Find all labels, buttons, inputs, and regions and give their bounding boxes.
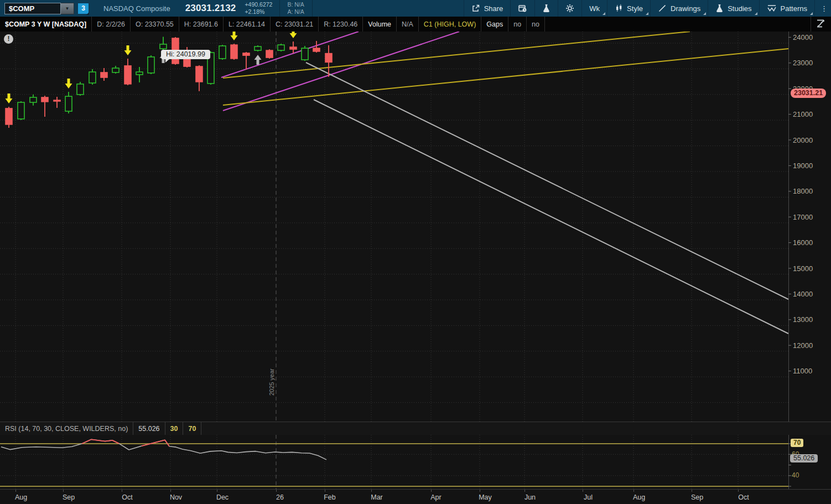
patterns-button[interactable]: Patterns — [759, 0, 814, 17]
price-axis-label: 20000 — [793, 136, 813, 144]
last-price: 23031.2132 — [185, 3, 236, 14]
bid-ask-block: B: N/A A: N/A — [279, 0, 312, 16]
price-axis-label: 14000 — [793, 290, 813, 298]
symbol-input[interactable]: $COMP — [4, 3, 61, 14]
flask-icon — [542, 4, 550, 13]
candle-up — [278, 44, 284, 51]
time-axis-label: Jul — [584, 493, 593, 501]
candle-down — [41, 96, 48, 117]
change-block: +490.6272 +2.18% — [245, 1, 272, 15]
candle-down — [231, 44, 237, 60]
rsi-axis-overbought-badge: 70 — [791, 439, 803, 447]
time-axis-label: Oct — [122, 493, 132, 501]
time-axis-tick — [692, 490, 692, 492]
gaps-label: Gaps — [481, 17, 508, 32]
candle-down — [243, 52, 250, 70]
last-price-badge: 23031.21 — [791, 89, 826, 98]
time-axis-tick — [480, 490, 480, 492]
timeframe-button[interactable]: Wk — [581, 0, 607, 17]
volume-label: Volume — [363, 17, 397, 32]
high-price-tooltip: Hi: 24019.99 — [161, 50, 210, 59]
rsi-panel[interactable]: 70 60 55.026 40 — [0, 435, 831, 489]
range-cell: R: 1230.46 — [319, 17, 363, 32]
thinkorswim-chart-window: $COMP ▼ 3 NASDAQ Composite 23031.2132 +4… — [0, 0, 831, 504]
axis-settings-button[interactable] — [811, 17, 831, 32]
symbol-dropdown-button[interactable]: ▼ — [61, 3, 74, 14]
time-axis-label: Aug — [15, 493, 27, 501]
time-axis-tick — [15, 490, 16, 492]
time-axis-label: Jun — [524, 493, 536, 501]
studies-button[interactable]: Studies — [708, 0, 759, 17]
drawings-button[interactable]: Drawings — [650, 0, 708, 17]
time-axis-tick — [738, 490, 739, 492]
time-axis-tick — [371, 490, 372, 492]
time-axis-tick — [63, 490, 64, 492]
pattern-icon — [767, 4, 777, 13]
magenta-trendline — [221, 32, 359, 77]
scale-curve-icon — [816, 18, 827, 30]
change-percent: +2.18% — [245, 8, 272, 15]
price-axis-label: 11000 — [793, 367, 812, 375]
candlestick-icon — [615, 4, 623, 13]
time-axis-label: Dec — [216, 493, 228, 501]
time-axis-label: 26 — [276, 493, 284, 501]
price-axis-label: 12000 — [793, 341, 813, 350]
candle-down — [124, 59, 131, 85]
candle-up — [18, 101, 24, 120]
sell-signal-arrow-icon — [290, 32, 297, 38]
ellipsis-icon: ⋮ — [820, 4, 828, 13]
link-group-badge[interactable]: 3 — [78, 3, 89, 14]
candle-up — [255, 45, 261, 51]
low-cell: L: 22461.14 — [224, 17, 271, 32]
price-axis-label: 21000 — [793, 110, 813, 118]
main-chart-panel[interactable]: 2025 year2500024000230002200021000200001… — [0, 32, 831, 422]
price-axis-label: 24000 — [793, 33, 813, 41]
settings-button[interactable] — [558, 0, 581, 17]
gear-icon — [565, 4, 574, 13]
alert-icon[interactable]: ! — [4, 34, 13, 44]
studies-flask-icon — [715, 4, 724, 13]
candle-down — [196, 65, 202, 91]
high-cell: H: 23691.6 — [179, 17, 224, 32]
time-axis-tick — [583, 490, 583, 492]
time-axis-label: Nov — [170, 493, 182, 501]
volume-value: N/A — [397, 17, 419, 32]
symbol-text: $COMP — [9, 4, 34, 13]
candle-up — [148, 55, 154, 74]
sell-signal-arrow-icon — [231, 32, 238, 40]
candle-up — [77, 82, 84, 96]
candle-up — [30, 95, 37, 106]
calendar-clock-icon — [518, 4, 527, 13]
candlestick-chart: 2025 year2500024000230002200021000200001… — [0, 32, 831, 422]
top-toolbar: $COMP ▼ 3 NASDAQ Composite 23031.2132 +4… — [0, 0, 831, 17]
price-axis-label: 16000 — [793, 238, 813, 247]
share-button[interactable]: Share — [464, 0, 511, 17]
time-axis[interactable]: AugSepOctNovDec26FebMarAprMayJunJulAugSe… — [0, 489, 831, 504]
more-menu-button[interactable]: ⋮ — [814, 0, 831, 17]
chart-title: $COMP 3 Y W [NASDAQ] — [0, 17, 92, 32]
time-axis-tick — [122, 490, 122, 492]
sell-signal-arrow-icon — [6, 93, 13, 103]
candle-up — [160, 37, 167, 49]
rsi-params[interactable]: RSI (14, 70, 30, CLOSE, WILDERS, no) — [0, 422, 133, 435]
time-axis-label: Sep — [63, 493, 75, 501]
time-axis-tick — [431, 490, 432, 492]
time-axis-label: Oct — [738, 493, 749, 501]
time-axis-tick — [170, 490, 171, 492]
gray-trendline — [314, 100, 788, 334]
bid-value: B: N/A — [287, 1, 304, 8]
price-axis-label: 19000 — [793, 162, 813, 170]
rsi-line — [1, 439, 326, 460]
gap-up-value: no — [508, 17, 527, 32]
candle-up — [65, 92, 72, 113]
style-button[interactable]: Style — [607, 0, 650, 17]
rsi-plot — [0, 435, 831, 489]
candle-down — [101, 68, 107, 81]
date-cell: D: 2/2/26 — [92, 17, 131, 32]
toolbar-buttons: Share — [464, 0, 831, 17]
time-axis-label: Sep — [691, 493, 703, 501]
price-axis-label: 18000 — [793, 187, 813, 195]
time-axis-tick — [217, 490, 217, 492]
ondemand-button[interactable] — [510, 0, 534, 17]
analysis-flask-button[interactable] — [534, 0, 558, 17]
